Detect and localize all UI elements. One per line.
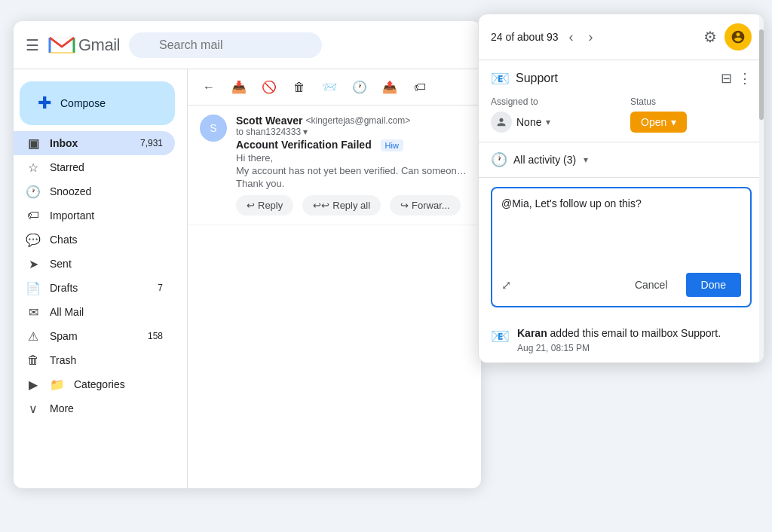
scroll-thumb[interactable] [759,29,764,120]
sidebar-item-snoozed[interactable]: 🕐 Snoozed [14,179,175,203]
hamburger-icon[interactable]: ☰ [26,36,39,54]
user-avatar[interactable] [725,23,752,50]
forward-button[interactable]: ↪ Forwar... [390,195,461,216]
email-list: ← 📥 🚫 🗑 📨 🕐 📤 🏷 S Scott Weaver <kingerte… [187,69,481,488]
inbox-button[interactable]: 📤 [378,75,402,99]
gmail-header: ☰ Gmail [14,21,481,69]
more-options-icon[interactable]: ⋮ [738,70,752,87]
sidebar-item-important[interactable]: 🏷 Important [14,203,175,228]
sidebar-item-more[interactable]: ∨ More [14,396,175,420]
expand-icon[interactable]: ⤢ [501,278,511,292]
hiw-badge: Hiw [381,139,403,151]
spam-label: Spam [50,330,139,342]
assigned-select[interactable]: None ▾ [491,112,612,133]
forward-icon: ↪ [400,200,409,211]
next-button[interactable]: › [584,28,598,47]
spam-button[interactable]: 🚫 [257,75,281,99]
back-button[interactable]: ← [197,75,221,99]
more-label: More [50,402,163,414]
panel-header: 24 of about 93 ‹ › ⚙ [479,14,764,60]
archive-button[interactable]: 📥 [227,75,251,99]
support-title: 📧 Support [491,69,558,87]
status-value: Open [641,116,666,128]
label-button[interactable]: 🏷 [408,75,432,99]
log-author: Karan [517,327,547,339]
activity-log: 📧 Karan added this email to mailbox Supp… [479,316,764,362]
snoozed-label: Snoozed [50,185,163,197]
search-input[interactable] [129,32,322,58]
sent-icon: ➤ [26,257,41,271]
email-content: Scott Weaver <kingertejas@gmail.com> to … [236,115,469,216]
chats-icon: 💬 [26,233,41,247]
categories-expand-icon: ▶ [26,378,41,392]
activity-header[interactable]: 🕐 All activity (3) ▾ [491,151,752,168]
drafts-icon: 📄 [26,281,41,295]
status-button[interactable]: Open ▾ [630,112,687,133]
spam-icon: ⚠ [26,329,41,344]
prev-button[interactable]: ‹ [565,28,578,47]
done-button[interactable]: Done [686,273,741,297]
search-wrap [129,32,469,58]
snoozed-icon: 🕐 [26,185,41,199]
spam-count: 158 [148,331,163,341]
inbox-icon: ▣ [26,136,41,151]
sidebar-item-drafts[interactable]: 📄 Drafts 7 [14,276,175,300]
email-actions: ↩ Reply ↩↩ Reply all ↪ Forwar... [236,195,469,216]
status-chevron-icon: ▾ [671,116,676,128]
status-label: Status [630,96,752,107]
categories-label: Categories [74,378,163,390]
compose-button[interactable]: ✚ Compose [20,81,175,125]
gmail-window: ☰ Gmail ✚ Compose ▣ Inbox [14,21,481,488]
log-timestamp: Aug 21, 08:15 PM [517,343,721,353]
starred-label: Starred [50,161,163,173]
compose-label: Compose [60,97,106,109]
activity-section: 🕐 All activity (3) ▾ [479,142,764,178]
allmail-icon: ✉ [26,305,41,320]
reply-buttons: Cancel Done [623,273,741,297]
gear-icon[interactable]: ⚙ [703,28,717,46]
log-item: 📧 Karan added this email to mailbox Supp… [491,326,752,353]
status-col: Status Open ▾ [630,96,752,133]
important-icon: 🏷 [26,209,41,222]
log-action: added this email to mailbox Support. [547,327,721,339]
sidebar-item-trash[interactable]: 🗑 Trash [14,348,175,372]
cancel-button[interactable]: Cancel [623,273,680,297]
email-body-line2: My account has not yet been verified. Ca… [236,165,469,176]
compose-plus-icon: ✚ [38,93,51,113]
gmail-title: Gmail [78,35,120,55]
sidebar-item-starred[interactable]: ☆ Starred [14,155,175,179]
email-subject: Account Verification Failed Hiw [236,139,469,151]
assigned-value: None [516,116,541,128]
trash-icon: 🗑 [26,353,41,367]
reply-icon: ↩ [247,200,255,211]
move-button[interactable]: 📨 [317,75,342,99]
activity-clock-icon: 🕐 [491,151,507,168]
panel-header-actions: ⚙ [703,23,752,50]
reply-actions: ⤢ Cancel Done [501,267,741,297]
avatar: S [200,115,227,142]
chats-label: Chats [50,234,163,246]
inbox-label: Inbox [50,137,131,149]
important-label: Important [50,209,163,222]
columns-icon[interactable]: ⊟ [721,70,732,87]
log-content: Karan added this email to mailbox Suppor… [517,326,721,353]
log-text: Karan added this email to mailbox Suppor… [517,326,721,341]
email-toolbar: ← 📥 🚫 🗑 📨 🕐 📤 🏷 [188,69,481,105]
sidebar-item-inbox[interactable]: ▣ Inbox 7,931 [14,131,175,155]
delete-button[interactable]: 🗑 [287,75,311,99]
sidebar-item-categories[interactable]: ▶ 📁 Categories [14,372,175,396]
assigned-status-row: Assigned to None ▾ Status Open ▾ [491,96,752,133]
support-label: Support [516,72,558,85]
sidebar-item-allmail[interactable]: ✉ All Mail [14,300,175,324]
reply-text[interactable]: @Mia, Let's follow up on this? [501,197,741,258]
reply-button[interactable]: ↩ Reply [236,195,293,216]
email-item[interactable]: S Scott Weaver <kingertejas@gmail.com> t… [188,105,481,225]
more-expand-icon: ∨ [26,402,41,416]
gmail-body: ✚ Compose ▣ Inbox 7,931 ☆ Starred 🕐 Snoo… [14,69,481,488]
sidebar-item-spam[interactable]: ⚠ Spam 158 [14,324,175,348]
reply-all-button[interactable]: ↩↩ Reply all [302,195,381,216]
sidebar-item-sent[interactable]: ➤ Sent [14,252,175,276]
snooze-button[interactable]: 🕐 [348,75,372,99]
reply-box: @Mia, Let's follow up on this? ⤢ Cancel … [491,187,752,307]
sidebar-item-chats[interactable]: 💬 Chats [14,228,175,252]
